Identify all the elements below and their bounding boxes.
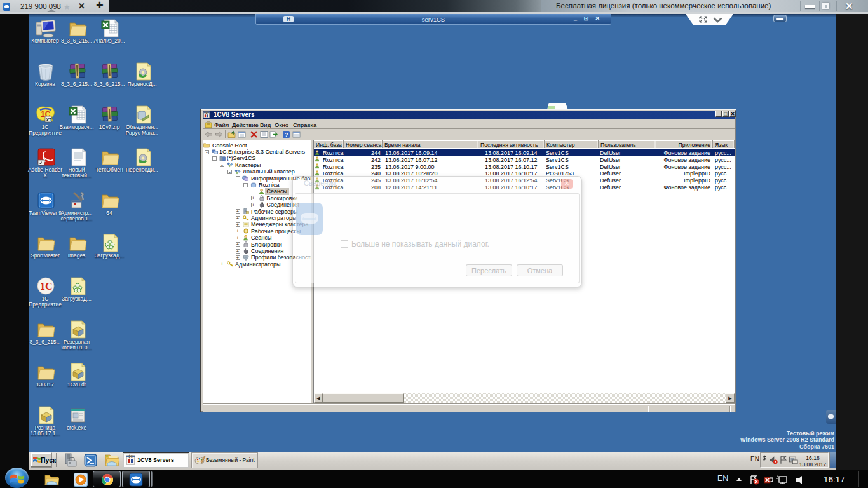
svg-text:?: ?: [285, 132, 288, 138]
svg-text:1С: 1С: [40, 281, 53, 292]
